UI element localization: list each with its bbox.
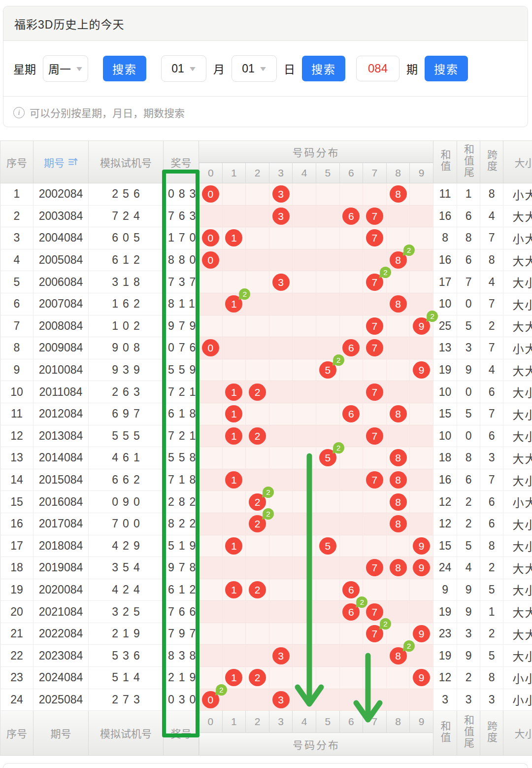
prize-cell: 822: [164, 513, 199, 535]
issue-cell: 2021084: [33, 601, 89, 623]
size-cell: 大小: [503, 535, 532, 558]
dist-cell: [316, 227, 340, 249]
digit-mark-circle: 9: [413, 625, 430, 642]
dist-cell: [269, 469, 293, 491]
sim-cell: 325: [89, 601, 164, 623]
sim-cell: 724: [89, 206, 164, 228]
tail-cell: 8: [457, 227, 480, 249]
digit-mark-circle: 7: [366, 208, 383, 225]
dist-cell: [316, 689, 340, 711]
dist-digit-footer: 7: [363, 711, 387, 733]
prize-cell: 721: [164, 381, 199, 403]
dist-cell: [387, 206, 410, 228]
dist-cell: [199, 601, 223, 623]
dist-cell: 6: [340, 206, 364, 228]
digit-mark-circle: 8: [390, 185, 407, 203]
week-select[interactable]: 周一 ▼: [43, 55, 88, 82]
dist-digit-header: 6: [340, 163, 364, 183]
dist-digit-footer: 0: [199, 711, 223, 733]
dist-cell: [410, 381, 433, 403]
dist-cell: [340, 535, 364, 558]
digit-mark-circle: 5: [319, 537, 336, 555]
dist-digit-header: 5: [316, 163, 340, 183]
dist-cell: 3: [269, 183, 293, 206]
repeat-count-badge: 2: [356, 596, 367, 608]
dist-cell: 8: [387, 447, 410, 469]
dist-cell: [269, 249, 293, 272]
dist-cell: 82: [387, 249, 410, 272]
history-table: 序号 期号 模拟试机号 奖号 号码分布 和值: [0, 140, 532, 756]
search-date-button[interactable]: 搜索: [302, 56, 345, 81]
month-select[interactable]: 01 ▼: [161, 55, 206, 82]
issue-cell: 2022084: [33, 623, 89, 645]
dist-cell: [199, 557, 223, 579]
issue-cell: 2019084: [33, 557, 89, 579]
table-row: 420050846128800821668大大: [0, 249, 532, 272]
dist-cell: 1: [223, 381, 246, 403]
prize-cell: 170: [164, 227, 199, 249]
sim-cell: 908: [89, 337, 164, 359]
sum-cell: 19: [433, 359, 457, 382]
dist-cell: [223, 183, 246, 206]
table-row: 1120120846976181681557大小: [0, 403, 532, 425]
table-row: 2220230845368383821995大小: [0, 645, 532, 667]
tail-cell: 7: [457, 271, 480, 293]
prize-cell: 219: [164, 667, 199, 689]
dist-cell: [223, 206, 246, 228]
dist-digit-header: 2: [246, 163, 269, 183]
dist-cell: [269, 359, 293, 382]
table-row: 2320240845142191291228小小: [0, 667, 532, 689]
footer-issue: 期号: [33, 711, 89, 756]
sum-cell: 16: [433, 469, 457, 491]
table-row: 220030847247633671664大大: [0, 206, 532, 228]
span-cell: 4: [480, 271, 503, 293]
tail-cell: 3: [457, 623, 480, 645]
dist-cell: [269, 425, 293, 448]
size-cell: 大小: [503, 271, 532, 293]
digit-mark-circle: 3: [272, 274, 290, 291]
seq-cell: 21: [0, 623, 33, 645]
sum-cell: 23: [433, 623, 457, 645]
dist-cell: [387, 315, 410, 338]
dist-cell: 1: [223, 535, 246, 558]
dist-digit-header: 3: [269, 163, 293, 183]
dist-cell: [387, 689, 410, 711]
dist-cell: [410, 425, 433, 448]
day-select[interactable]: 01 ▼: [232, 55, 277, 82]
dist-cell: 3: [269, 689, 293, 711]
span-cell: 8: [480, 183, 503, 206]
dist-cell: [293, 315, 316, 338]
search-panel: 福彩3D历史上的今天 星期 周一 ▼ 搜索 01 ▼ 月 01 ▼ 日 搜索 期…: [3, 6, 528, 127]
dist-cell: [340, 271, 364, 293]
sum-cell: 10: [433, 425, 457, 448]
search-issue-button[interactable]: 搜索: [425, 56, 468, 81]
size-cell: 小大: [503, 183, 532, 206]
dist-cell: 7: [363, 557, 387, 579]
dist-cell: [269, 337, 293, 359]
issue-cell: 2020084: [33, 579, 89, 601]
search-week-button[interactable]: 搜索: [103, 56, 146, 81]
sum-cell: 11: [433, 183, 457, 206]
header-issue-label: 期号: [44, 155, 65, 170]
dist-cell: [363, 645, 387, 667]
dist-cell: [269, 227, 293, 249]
tail-cell: 0: [457, 381, 480, 403]
digit-mark-circle: 3: [272, 691, 290, 708]
dist-cell: 7: [363, 206, 387, 228]
issue-input[interactable]: [356, 56, 399, 81]
header-issue[interactable]: 期号: [33, 140, 89, 183]
dist-cell: [316, 513, 340, 535]
digit-mark-circle: 52: [319, 449, 336, 466]
prize-cell: 718: [164, 469, 199, 491]
dist-cell: [246, 689, 269, 711]
digit-mark-circle: 2: [249, 427, 266, 445]
dist-cell: 8: [387, 469, 410, 491]
tail-cell: 9: [457, 645, 480, 667]
dist-cell: [293, 535, 316, 558]
dist-cell: 2: [246, 425, 269, 448]
dist-cell: 22: [246, 513, 269, 535]
issue-cell: 2012084: [33, 403, 89, 425]
dist-cell: [387, 337, 410, 359]
tail-cell: 5: [457, 403, 480, 425]
dist-cell: [340, 469, 364, 491]
